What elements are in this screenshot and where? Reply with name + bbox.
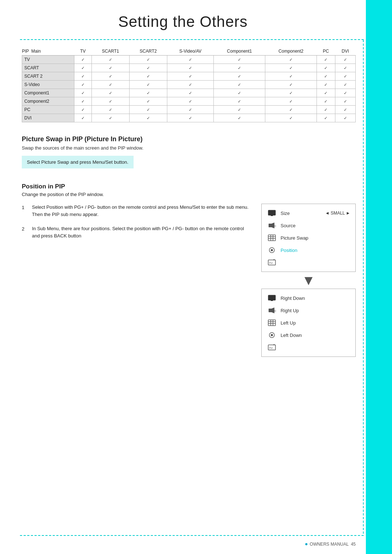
check-cell: ✓ bbox=[74, 72, 91, 81]
check-cell: ✓ bbox=[317, 114, 335, 122]
check-mark: ✓ bbox=[81, 99, 85, 103]
step-2-num: 2 bbox=[22, 225, 28, 239]
instruction-box: Select Picture Swap and press Menu/Set b… bbox=[22, 156, 134, 168]
menu-row: Picture Swap bbox=[262, 232, 355, 244]
menu-item-label: Left Up bbox=[281, 320, 350, 326]
svg-point-11 bbox=[271, 249, 273, 251]
check-cell: ✓ bbox=[91, 64, 129, 72]
check-mark: ✓ bbox=[147, 66, 150, 70]
check-cell: ✓ bbox=[214, 114, 265, 122]
check-mark: ✓ bbox=[81, 107, 85, 112]
check-cell: ✓ bbox=[167, 114, 213, 122]
check-cell: ✓ bbox=[265, 89, 317, 97]
check-mark: ✓ bbox=[189, 57, 192, 62]
check-mark: ✓ bbox=[109, 116, 112, 120]
check-cell: ✓ bbox=[335, 89, 355, 97]
check-mark: ✓ bbox=[147, 107, 150, 112]
steps-list: 1 Select Position with PG+ / PG- button … bbox=[22, 204, 250, 239]
table-row: SCART 2✓✓✓✓✓✓✓✓ bbox=[22, 72, 356, 81]
check-cell: ✓ bbox=[214, 106, 265, 114]
check-cell: ✓ bbox=[317, 72, 335, 81]
check-cell: ✓ bbox=[335, 106, 355, 114]
check-mark: ✓ bbox=[324, 82, 327, 87]
check-mark: ✓ bbox=[238, 107, 241, 112]
check-cell: ✓ bbox=[129, 106, 167, 114]
check-cell: ✓ bbox=[335, 81, 355, 89]
step-1: 1 Select Position with PG+ / PG- button … bbox=[22, 204, 250, 218]
check-mark: ✓ bbox=[238, 66, 241, 70]
check-mark: ✓ bbox=[238, 91, 241, 95]
menu-row: TV bbox=[262, 341, 355, 354]
tv-icon: TV bbox=[267, 343, 277, 352]
check-mark: ✓ bbox=[324, 99, 327, 103]
check-cell: ✓ bbox=[335, 56, 355, 64]
check-mark: ✓ bbox=[289, 66, 293, 70]
instruction-text: Select Picture Swap and press Menu/Set b… bbox=[27, 159, 128, 165]
check-cell: ✓ bbox=[74, 81, 91, 89]
svg-point-27 bbox=[271, 334, 273, 336]
check-cell: ✓ bbox=[167, 64, 213, 72]
check-cell: ✓ bbox=[74, 97, 91, 106]
check-mark: ✓ bbox=[109, 82, 112, 87]
check-cell: ✓ bbox=[129, 97, 167, 106]
monitor-icon bbox=[267, 294, 277, 302]
col-comp1: Component1 bbox=[214, 47, 265, 56]
check-mark: ✓ bbox=[238, 116, 241, 120]
check-cell: ✓ bbox=[91, 72, 129, 81]
position-section: Position in PIP Change the position of t… bbox=[22, 183, 356, 357]
check-mark: ✓ bbox=[109, 66, 112, 70]
svg-rect-5 bbox=[268, 235, 275, 241]
check-cell: ✓ bbox=[335, 64, 355, 72]
menu-row: Right Down bbox=[262, 292, 355, 304]
menu-item-label: Size bbox=[281, 211, 322, 216]
check-mark: ✓ bbox=[238, 99, 241, 103]
check-mark: ✓ bbox=[344, 66, 347, 70]
table-row: S-Video✓✓✓✓✓✓✓✓ bbox=[22, 81, 356, 89]
check-mark: ✓ bbox=[289, 82, 293, 87]
menu-row: Left Up bbox=[262, 317, 355, 329]
menu-row: Left Down bbox=[262, 329, 355, 341]
svg-rect-0 bbox=[268, 210, 275, 215]
svg-text:TV: TV bbox=[269, 261, 273, 265]
check-mark: ✓ bbox=[344, 116, 347, 120]
footer: OWNERS MANUAL 45 bbox=[305, 542, 356, 547]
check-mark: ✓ bbox=[289, 57, 293, 62]
picture-swap-section: Picture Swap in PIP (Picture In Picture)… bbox=[22, 135, 356, 179]
menu-item-value: ◄ SMALL ► bbox=[325, 211, 350, 216]
check-mark: ✓ bbox=[324, 116, 327, 120]
check-mark: ✓ bbox=[344, 99, 347, 103]
check-mark: ✓ bbox=[189, 116, 192, 120]
speaker-icon: )) bbox=[267, 306, 277, 315]
check-mark: ✓ bbox=[344, 107, 347, 112]
check-mark: ✓ bbox=[147, 82, 150, 87]
check-cell: ✓ bbox=[74, 64, 91, 72]
check-cell: ✓ bbox=[129, 72, 167, 81]
check-mark: ✓ bbox=[109, 99, 112, 103]
check-cell: ✓ bbox=[74, 56, 91, 64]
footer-text: OWNERS MANUAL bbox=[310, 542, 348, 547]
menu-row: )) Right Up bbox=[262, 304, 355, 317]
row-label: Component2 bbox=[22, 97, 74, 106]
check-mark: ✓ bbox=[344, 74, 347, 78]
check-cell: ✓ bbox=[265, 56, 317, 64]
step-2: 2 In Sub Menu, there are four positions.… bbox=[22, 225, 250, 239]
circle-icon bbox=[267, 246, 277, 254]
bottom-border bbox=[20, 535, 364, 536]
check-cell: ✓ bbox=[335, 72, 355, 81]
check-mark: ✓ bbox=[147, 99, 150, 103]
row-label: DVI bbox=[22, 114, 74, 122]
position-desc: Change the position of the PIP window. bbox=[22, 192, 356, 197]
col-dvi: DVI bbox=[335, 47, 355, 56]
check-mark: ✓ bbox=[324, 66, 327, 70]
check-cell: ✓ bbox=[214, 56, 265, 64]
check-mark: ✓ bbox=[189, 74, 192, 78]
check-cell: ✓ bbox=[167, 72, 213, 81]
check-cell: ✓ bbox=[91, 81, 129, 89]
menu-box-1: Size◄ SMALL ► )) Source Picture Swap Pos… bbox=[261, 204, 356, 272]
footer-dot bbox=[305, 543, 307, 545]
check-cell: ✓ bbox=[214, 89, 265, 97]
check-cell: ✓ bbox=[167, 81, 213, 89]
picture-swap-title: Picture Swap in PIP (Picture In Picture) bbox=[22, 135, 356, 143]
check-cell: ✓ bbox=[317, 64, 335, 72]
table-row: TV✓✓✓✓✓✓✓✓ bbox=[22, 56, 356, 64]
